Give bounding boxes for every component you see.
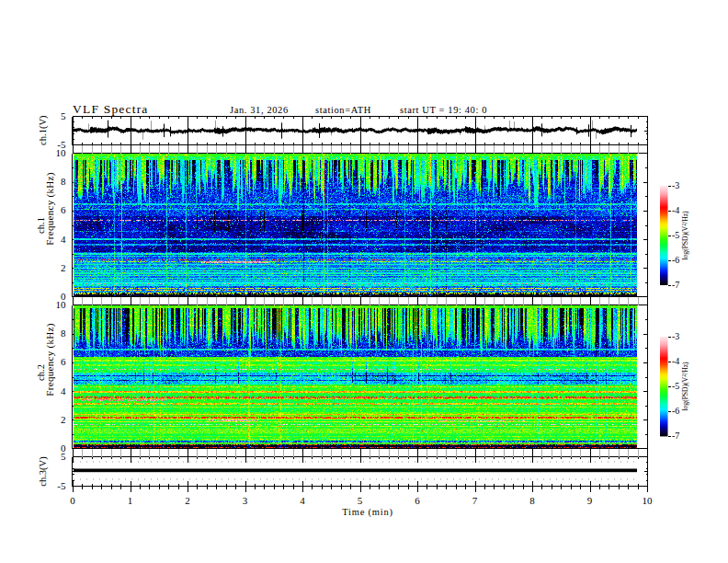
- svg-text:-5: -5: [57, 480, 66, 491]
- svg-text:VLF Spectra: VLF Spectra: [73, 102, 149, 116]
- svg-text:log(PSD)(V2/Hz): log(PSD)(V2/Hz): [681, 211, 689, 260]
- svg-text:-7: -7: [672, 280, 679, 290]
- svg-text:-5: -5: [672, 381, 679, 391]
- svg-text:8: 8: [61, 176, 66, 187]
- svg-text:4: 4: [61, 385, 66, 396]
- svg-text:0: 0: [61, 442, 66, 454]
- svg-text:Frequency (kHz): Frequency (kHz): [44, 172, 56, 245]
- svg-text:10: 10: [56, 299, 67, 310]
- svg-text:-4: -4: [672, 356, 679, 366]
- svg-text:start UT = 19: 40: 0: start UT = 19: 40: 0: [400, 105, 487, 115]
- svg-text:7: 7: [472, 495, 478, 506]
- svg-text:3: 3: [243, 495, 248, 506]
- svg-text:6: 6: [61, 356, 66, 367]
- svg-text:2: 2: [61, 414, 66, 425]
- svg-text:4: 4: [61, 234, 66, 245]
- svg-text:5: 5: [61, 110, 66, 121]
- svg-text:log(PSD)(V2/Hz): log(PSD)(V2/Hz): [681, 362, 689, 411]
- svg-text:8: 8: [61, 327, 66, 339]
- svg-text:-6: -6: [672, 255, 679, 265]
- svg-text:-6: -6: [672, 406, 679, 416]
- svg-text:-3: -3: [672, 331, 679, 341]
- svg-text:-4: -4: [672, 205, 679, 215]
- svg-text:1: 1: [128, 495, 133, 506]
- svg-text:Frequency (kHz): Frequency (kHz): [44, 323, 56, 396]
- svg-text:8: 8: [529, 495, 535, 506]
- svg-text:-5: -5: [672, 230, 679, 240]
- svg-text:2: 2: [61, 262, 66, 273]
- svg-text:Jan. 31, 2026: Jan. 31, 2026: [230, 105, 289, 115]
- svg-text:6: 6: [415, 495, 420, 506]
- svg-text:9: 9: [587, 495, 593, 506]
- svg-text:ch.1(V): ch.1(V): [38, 115, 49, 145]
- svg-text:0: 0: [70, 495, 75, 506]
- svg-text:6: 6: [61, 204, 66, 215]
- svg-text:ch.3(V): ch.3(V): [38, 456, 49, 487]
- svg-text:4: 4: [300, 495, 305, 506]
- svg-text:Time (min): Time (min): [342, 507, 393, 518]
- svg-text:10: 10: [643, 495, 654, 506]
- svg-text:station=ATH: station=ATH: [315, 105, 371, 115]
- svg-text:-3: -3: [672, 180, 679, 190]
- svg-text:2: 2: [185, 495, 190, 506]
- svg-text:10: 10: [56, 147, 67, 158]
- svg-text:5: 5: [358, 495, 363, 506]
- svg-text:-7: -7: [672, 431, 679, 441]
